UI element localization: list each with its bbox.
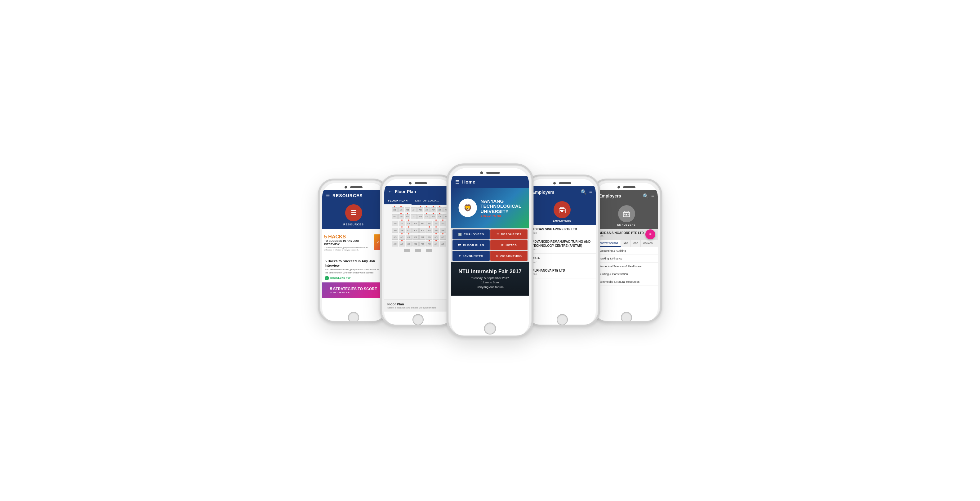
svg-rect-4 [563, 210, 565, 211]
booth-A43[interactable]: 📍A43 [440, 221, 446, 226]
booth-A55[interactable]: 📍A55 [406, 228, 412, 233]
booth-A19[interactable]: A19 [392, 214, 398, 219]
employer5-item-0[interactable]: ADIDAS SINGAPORE PTE LTD D23 ≡ [595, 229, 658, 240]
resources-button[interactable]: ☰ RESOURCES [490, 229, 528, 239]
booth-A94[interactable]: 📍A94 [433, 242, 439, 247]
booth-A22[interactable]: A22 [411, 214, 417, 219]
employers-header-icons: 🔍 ≡ [581, 189, 592, 195]
resources-icon-area: ☰ RESOURCES [322, 200, 385, 229]
floorplan-grid: 📍A01 📍A02 A03 A04 📍A05 📍A06 📍A07 📍A08 A0… [384, 205, 452, 299]
hacks-body: Just like examinations, preparation coul… [324, 247, 372, 252]
home-button-3[interactable] [484, 323, 496, 334]
resource-card-1[interactable]: 5 HACKS TO SUCCEED IN ANY JOB INTERVIEW … [322, 229, 385, 282]
favourites-button[interactable]: ♥ FAVOURITES [452, 251, 490, 261]
search-icon[interactable]: 🔍 [581, 189, 587, 195]
social-button[interactable]: © @CAONTUSG [490, 251, 528, 261]
booth-A04[interactable]: A04 [411, 207, 417, 212]
booth-A37[interactable]: 📍A37 [399, 221, 405, 226]
booth-A08[interactable]: 📍A08 [437, 207, 442, 212]
filter-tab-cohass[interactable]: COHASS [641, 240, 655, 247]
booth-A24[interactable]: 📍A24 [424, 214, 430, 219]
booth-A54[interactable]: 📍A54 [399, 228, 405, 233]
strategies-banner[interactable]: 5 STRATEGIES TO SCORE YOUR DREAM JOB [322, 282, 385, 298]
employer-item-0[interactable]: ADIDAS SINGAPORE PTE LTD D23 [528, 225, 596, 237]
filter-option-1[interactable]: Banking & Finance [595, 255, 658, 262]
home-button-2[interactable] [412, 314, 424, 325]
filter-fab-button[interactable]: ≡ [645, 229, 655, 239]
employer-item-1[interactable]: ADVANCED REMANUFAC-TURING AND TECHNOLOGY… [528, 237, 596, 254]
social-btn-icon: © [496, 254, 498, 258]
phone-resources: ☰ RESOURCES ☰ RESOURCES 5 HACKS TO SUCCE… [318, 178, 389, 323]
booth-A57[interactable]: A57 [419, 228, 425, 233]
booth-A26[interactable]: 📍A26 [437, 214, 442, 219]
search-icon-5[interactable]: 🔍 [643, 193, 649, 199]
booth-A06[interactable]: 📍A06 [424, 207, 430, 212]
booth-A60[interactable]: A60 [440, 228, 446, 233]
camera-dot-3 [480, 172, 483, 174]
booth-A91[interactable]: A91 [412, 242, 419, 247]
booth-A92[interactable]: A92 [419, 242, 425, 247]
booth-A93[interactable]: 📍A93 [426, 242, 432, 247]
booth-A76[interactable]: 📍A76 [433, 235, 439, 240]
filter-icon-5[interactable]: ≡ [651, 193, 654, 199]
filter-tab-coe[interactable]: COE [631, 240, 641, 247]
booth-A74[interactable]: A74 [419, 235, 425, 240]
booth-A77[interactable]: 📍A77 [440, 235, 446, 240]
filter-tab-cos[interactable]: COS... [655, 240, 658, 247]
booth-A90[interactable]: A90 [406, 242, 412, 247]
booth-A88[interactable]: A88 [392, 242, 398, 247]
booth-A89[interactable]: 📍A89 [399, 242, 405, 247]
home-button-4[interactable] [557, 314, 568, 325]
phone-speaker-5 [623, 186, 635, 188]
booth-A01[interactable]: 📍A01 [392, 207, 398, 212]
booth-A71[interactable]: 📍A71 [399, 235, 405, 240]
booth-A36[interactable]: A36 [392, 221, 398, 226]
filter-option-3[interactable]: Building & Construction [595, 270, 658, 278]
booth-A75[interactable]: A75 [426, 235, 432, 240]
employer-item-2[interactable]: AICA A27 [528, 254, 596, 266]
booth-A72[interactable]: 📍A72 [406, 235, 412, 240]
booth-A41[interactable]: A41 [426, 221, 432, 226]
filter-icon[interactable]: ≡ [589, 189, 592, 195]
booth-A53[interactable]: A53 [392, 228, 398, 233]
booth-A39[interactable]: A39 [412, 221, 419, 226]
booth-A23[interactable]: A23 [417, 214, 423, 219]
filter-option-2[interactable]: Biomedical Sciences & Healthcare [595, 262, 658, 270]
hamburger-icon[interactable]: ☰ [326, 193, 330, 198]
booth-A73[interactable]: A73 [412, 235, 419, 240]
booth-A56[interactable]: A56 [412, 228, 419, 233]
tab-floor-plan[interactable]: FLOOR PLAN [384, 197, 412, 205]
home-button-5[interactable] [621, 312, 632, 322]
booth-A05[interactable]: 📍A05 [417, 207, 423, 212]
booth-A21[interactable]: 📍A21 [405, 214, 410, 219]
booth-A42[interactable]: 📍A42 [433, 221, 439, 226]
tab-list-locations[interactable]: LIST OF LOCA... [412, 197, 443, 205]
employers-button[interactable]: 🏢 EMPLOYERS [452, 229, 490, 239]
filter-option-4[interactable]: Commodity & Natural Resources [595, 278, 658, 286]
employers-header: Employers 🔍 ≡ [528, 186, 596, 198]
svg-rect-7 [625, 214, 627, 215]
booth-A03[interactable]: A03 [405, 207, 410, 212]
floorplan-footer-title: Floor Plan [387, 302, 449, 306]
download-row[interactable]: ↓ DOWNLOAD PDF [325, 276, 382, 280]
booth-A59[interactable]: 📍A59 [433, 228, 439, 233]
employer-item-3[interactable]: ALPHANOVA PTE LTD C26 [528, 266, 596, 278]
booth-A40[interactable]: A40 [419, 221, 425, 226]
booth-A25[interactable]: 📍A25 [430, 214, 436, 219]
notes-button[interactable]: ✏ NOTES [490, 240, 528, 250]
booth-A20[interactable]: 📍A20 [398, 214, 404, 219]
booth-A02[interactable]: 📍A02 [398, 207, 404, 212]
booth-A38[interactable]: 📍A38 [406, 221, 412, 226]
booth-A07[interactable]: 📍A07 [430, 207, 436, 212]
home-button[interactable] [348, 312, 359, 322]
home-hamburger-icon[interactable]: ☰ [455, 179, 460, 184]
filter-option-0[interactable]: Accounting & Auditing [595, 247, 658, 255]
floorplan-tabs: FLOOR PLAN LIST OF LOCA... [384, 197, 452, 205]
filter-tab-nbs[interactable]: NBS [621, 240, 631, 247]
floorplan-button[interactable]: 🗺 FLOOR PLAN [452, 240, 490, 250]
booth-A58[interactable]: 📍A58 [426, 228, 432, 233]
back-icon[interactable]: ← [388, 189, 392, 194]
booth-A95[interactable]: A95 [440, 242, 446, 247]
employer-name-3: ALPHANOVA PTE LTD [532, 269, 592, 272]
booth-A70[interactable]: A70 [392, 235, 398, 240]
